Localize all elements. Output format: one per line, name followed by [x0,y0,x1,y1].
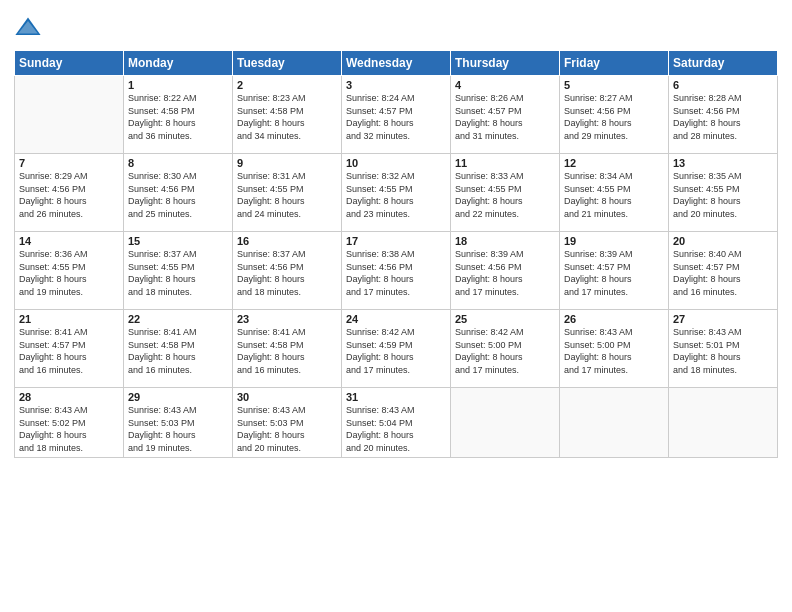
day-info: Sunrise: 8:40 AMSunset: 4:57 PMDaylight:… [673,248,773,298]
day-number: 22 [128,313,228,325]
calendar-cell: 5Sunrise: 8:27 AMSunset: 4:56 PMDaylight… [560,76,669,154]
calendar-cell: 8Sunrise: 8:30 AMSunset: 4:56 PMDaylight… [124,154,233,232]
calendar-cell: 13Sunrise: 8:35 AMSunset: 4:55 PMDayligh… [669,154,778,232]
weekday-header-sunday: Sunday [15,51,124,76]
day-info: Sunrise: 8:22 AMSunset: 4:58 PMDaylight:… [128,92,228,142]
day-number: 19 [564,235,664,247]
calendar-cell: 1Sunrise: 8:22 AMSunset: 4:58 PMDaylight… [124,76,233,154]
day-info: Sunrise: 8:37 AMSunset: 4:55 PMDaylight:… [128,248,228,298]
day-info: Sunrise: 8:43 AMSunset: 5:01 PMDaylight:… [673,326,773,376]
logo [14,14,44,42]
day-number: 28 [19,391,119,403]
week-row-1: 1Sunrise: 8:22 AMSunset: 4:58 PMDaylight… [15,76,778,154]
calendar-cell: 31Sunrise: 8:43 AMSunset: 5:04 PMDayligh… [342,388,451,458]
day-info: Sunrise: 8:35 AMSunset: 4:55 PMDaylight:… [673,170,773,220]
day-info: Sunrise: 8:26 AMSunset: 4:57 PMDaylight:… [455,92,555,142]
week-row-5: 28Sunrise: 8:43 AMSunset: 5:02 PMDayligh… [15,388,778,458]
week-row-4: 21Sunrise: 8:41 AMSunset: 4:57 PMDayligh… [15,310,778,388]
day-number: 26 [564,313,664,325]
day-number: 12 [564,157,664,169]
day-info: Sunrise: 8:38 AMSunset: 4:56 PMDaylight:… [346,248,446,298]
week-row-3: 14Sunrise: 8:36 AMSunset: 4:55 PMDayligh… [15,232,778,310]
day-info: Sunrise: 8:30 AMSunset: 4:56 PMDaylight:… [128,170,228,220]
calendar-cell: 16Sunrise: 8:37 AMSunset: 4:56 PMDayligh… [233,232,342,310]
calendar-cell: 4Sunrise: 8:26 AMSunset: 4:57 PMDaylight… [451,76,560,154]
day-info: Sunrise: 8:37 AMSunset: 4:56 PMDaylight:… [237,248,337,298]
day-info: Sunrise: 8:43 AMSunset: 5:03 PMDaylight:… [237,404,337,454]
weekday-header-wednesday: Wednesday [342,51,451,76]
day-number: 25 [455,313,555,325]
day-number: 9 [237,157,337,169]
calendar-cell: 18Sunrise: 8:39 AMSunset: 4:56 PMDayligh… [451,232,560,310]
day-number: 17 [346,235,446,247]
day-number: 6 [673,79,773,91]
day-info: Sunrise: 8:34 AMSunset: 4:55 PMDaylight:… [564,170,664,220]
day-number: 24 [346,313,446,325]
calendar-cell: 10Sunrise: 8:32 AMSunset: 4:55 PMDayligh… [342,154,451,232]
page: SundayMondayTuesdayWednesdayThursdayFrid… [0,0,792,612]
calendar-cell: 29Sunrise: 8:43 AMSunset: 5:03 PMDayligh… [124,388,233,458]
day-number: 10 [346,157,446,169]
calendar-cell [560,388,669,458]
weekday-header-thursday: Thursday [451,51,560,76]
header [14,10,778,42]
day-number: 27 [673,313,773,325]
day-info: Sunrise: 8:36 AMSunset: 4:55 PMDaylight:… [19,248,119,298]
calendar-cell: 7Sunrise: 8:29 AMSunset: 4:56 PMDaylight… [15,154,124,232]
day-info: Sunrise: 8:23 AMSunset: 4:58 PMDaylight:… [237,92,337,142]
day-info: Sunrise: 8:41 AMSunset: 4:58 PMDaylight:… [237,326,337,376]
weekday-header-monday: Monday [124,51,233,76]
calendar-cell: 30Sunrise: 8:43 AMSunset: 5:03 PMDayligh… [233,388,342,458]
calendar-cell: 3Sunrise: 8:24 AMSunset: 4:57 PMDaylight… [342,76,451,154]
calendar-cell: 22Sunrise: 8:41 AMSunset: 4:58 PMDayligh… [124,310,233,388]
day-info: Sunrise: 8:42 AMSunset: 4:59 PMDaylight:… [346,326,446,376]
day-info: Sunrise: 8:41 AMSunset: 4:57 PMDaylight:… [19,326,119,376]
calendar-cell: 15Sunrise: 8:37 AMSunset: 4:55 PMDayligh… [124,232,233,310]
day-number: 15 [128,235,228,247]
day-info: Sunrise: 8:39 AMSunset: 4:57 PMDaylight:… [564,248,664,298]
week-row-2: 7Sunrise: 8:29 AMSunset: 4:56 PMDaylight… [15,154,778,232]
calendar-cell: 14Sunrise: 8:36 AMSunset: 4:55 PMDayligh… [15,232,124,310]
calendar-cell: 27Sunrise: 8:43 AMSunset: 5:01 PMDayligh… [669,310,778,388]
calendar-cell: 20Sunrise: 8:40 AMSunset: 4:57 PMDayligh… [669,232,778,310]
day-number: 3 [346,79,446,91]
calendar-cell: 28Sunrise: 8:43 AMSunset: 5:02 PMDayligh… [15,388,124,458]
day-info: Sunrise: 8:31 AMSunset: 4:55 PMDaylight:… [237,170,337,220]
weekday-header-tuesday: Tuesday [233,51,342,76]
day-number: 1 [128,79,228,91]
day-info: Sunrise: 8:43 AMSunset: 5:02 PMDaylight:… [19,404,119,454]
day-number: 13 [673,157,773,169]
day-info: Sunrise: 8:43 AMSunset: 5:00 PMDaylight:… [564,326,664,376]
day-info: Sunrise: 8:43 AMSunset: 5:04 PMDaylight:… [346,404,446,454]
day-number: 11 [455,157,555,169]
calendar-cell: 19Sunrise: 8:39 AMSunset: 4:57 PMDayligh… [560,232,669,310]
logo-icon [14,14,42,42]
day-number: 21 [19,313,119,325]
day-info: Sunrise: 8:24 AMSunset: 4:57 PMDaylight:… [346,92,446,142]
calendar-cell: 11Sunrise: 8:33 AMSunset: 4:55 PMDayligh… [451,154,560,232]
day-number: 16 [237,235,337,247]
day-number: 23 [237,313,337,325]
day-info: Sunrise: 8:27 AMSunset: 4:56 PMDaylight:… [564,92,664,142]
day-info: Sunrise: 8:43 AMSunset: 5:03 PMDaylight:… [128,404,228,454]
day-number: 14 [19,235,119,247]
weekday-header-row: SundayMondayTuesdayWednesdayThursdayFrid… [15,51,778,76]
calendar-cell: 24Sunrise: 8:42 AMSunset: 4:59 PMDayligh… [342,310,451,388]
day-number: 8 [128,157,228,169]
calendar-cell: 23Sunrise: 8:41 AMSunset: 4:58 PMDayligh… [233,310,342,388]
calendar-cell: 6Sunrise: 8:28 AMSunset: 4:56 PMDaylight… [669,76,778,154]
day-info: Sunrise: 8:42 AMSunset: 5:00 PMDaylight:… [455,326,555,376]
day-number: 2 [237,79,337,91]
day-number: 20 [673,235,773,247]
calendar-cell: 21Sunrise: 8:41 AMSunset: 4:57 PMDayligh… [15,310,124,388]
day-info: Sunrise: 8:28 AMSunset: 4:56 PMDaylight:… [673,92,773,142]
calendar-cell [451,388,560,458]
day-info: Sunrise: 8:32 AMSunset: 4:55 PMDaylight:… [346,170,446,220]
day-number: 29 [128,391,228,403]
day-number: 7 [19,157,119,169]
weekday-header-saturday: Saturday [669,51,778,76]
calendar-cell [15,76,124,154]
day-number: 5 [564,79,664,91]
day-info: Sunrise: 8:41 AMSunset: 4:58 PMDaylight:… [128,326,228,376]
weekday-header-friday: Friday [560,51,669,76]
